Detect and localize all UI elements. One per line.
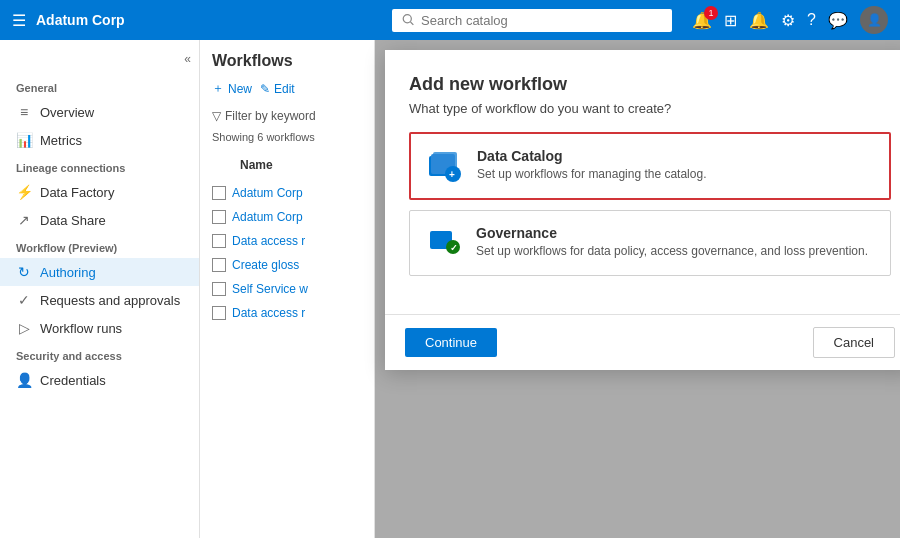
brand-name: Adatum Corp <box>36 12 125 28</box>
sidebar-item-authoring-label: Authoring <box>40 265 96 280</box>
sidebar-item-overview-label: Overview <box>40 105 94 120</box>
workflow-name-1[interactable]: Adatum Corp <box>232 186 303 200</box>
notification-icon[interactable]: 🔔 1 <box>692 11 712 30</box>
add-workflow-dialog: Add new workflow What type of workflow d… <box>385 50 900 370</box>
settings-icon[interactable]: ⚙ <box>781 11 795 30</box>
metrics-icon: 📊 <box>16 132 32 148</box>
governance-icon: ✓ <box>426 225 462 261</box>
sidebar-item-overview[interactable]: ≡ Overview <box>0 98 199 126</box>
new-workflow-button[interactable]: ＋ New <box>212 80 252 97</box>
sidebar-item-metrics-label: Metrics <box>40 133 82 148</box>
workflow-name-2[interactable]: Adatum Corp <box>232 210 303 224</box>
svg-point-0 <box>403 15 411 23</box>
feedback-icon[interactable]: 💬 <box>828 11 848 30</box>
svg-line-1 <box>411 22 414 25</box>
content-area: Workflows ＋ New ✎ Edit ▽ Filter by keywo… <box>200 40 900 538</box>
workflowruns-icon: ▷ <box>16 320 32 336</box>
workflow-name-3[interactable]: Data access r <box>232 234 305 248</box>
workflows-table: Name Adatum Corp Adatum Corp Data access… <box>200 149 374 325</box>
svg-text:✓: ✓ <box>450 243 458 253</box>
sidebar-item-metrics[interactable]: 📊 Metrics <box>0 126 199 154</box>
continue-button[interactable]: Continue <box>405 328 497 357</box>
apps-icon[interactable]: ⊞ <box>724 11 737 30</box>
collapse-button[interactable]: « <box>184 52 191 66</box>
nav-icons: 🔔 1 ⊞ 🔔 ⚙ ? 💬 👤 <box>692 6 888 34</box>
general-section-label: General <box>0 74 199 98</box>
datafactory-icon: ⚡ <box>16 184 32 200</box>
workflows-panel: Workflows ＋ New ✎ Edit ▽ Filter by keywo… <box>200 40 375 538</box>
governance-option[interactable]: ✓ Governance Set up workflows for data p… <box>409 210 891 276</box>
edit-icon: ✎ <box>260 82 270 96</box>
workflow-name-4[interactable]: Create gloss <box>232 258 299 272</box>
sidebar-collapse: « <box>0 48 199 74</box>
table-row[interactable]: Adatum Corp <box>204 181 370 205</box>
search-icon <box>402 13 415 27</box>
svg-text:+: + <box>449 169 455 180</box>
hamburger-menu[interactable]: ☰ <box>12 11 26 30</box>
credentials-icon: 👤 <box>16 372 32 388</box>
datashare-icon: ↗ <box>16 212 32 228</box>
edit-workflow-button[interactable]: ✎ Edit <box>260 82 295 96</box>
sidebar-item-credentials-label: Credentials <box>40 373 106 388</box>
filter-label: Filter by keyword <box>225 109 316 123</box>
search-bar <box>392 9 672 32</box>
workflow-name-6[interactable]: Data access r <box>232 306 305 320</box>
sidebar-item-requests-label: Requests and approvals <box>40 293 180 308</box>
governance-desc: Set up workflows for data policy, access… <box>476 244 868 258</box>
dialog-footer: Continue Cancel <box>385 314 900 370</box>
dialog-overlay: Add new workflow What type of workflow d… <box>375 40 900 538</box>
avatar[interactable]: 👤 <box>860 6 888 34</box>
sidebar-item-datashare-label: Data Share <box>40 213 106 228</box>
edit-label: Edit <box>274 82 295 96</box>
col-name-header: Name <box>232 154 281 176</box>
workflow-section-label: Workflow (Preview) <box>0 234 199 258</box>
governance-name: Governance <box>476 225 868 241</box>
overview-icon: ≡ <box>16 104 32 120</box>
table-row[interactable]: Create gloss <box>204 253 370 277</box>
row-checkbox-3[interactable] <box>212 234 226 248</box>
new-label: New <box>228 82 252 96</box>
top-navigation: ☰ Adatum Corp 🔔 1 ⊞ 🔔 ⚙ ? 💬 👤 <box>0 0 900 40</box>
sidebar-item-requests[interactable]: ✓ Requests and approvals <box>0 286 199 314</box>
row-checkbox-2[interactable] <box>212 210 226 224</box>
sidebar-item-datashare[interactable]: ↗ Data Share <box>0 206 199 234</box>
row-checkbox-4[interactable] <box>212 258 226 272</box>
data-catalog-name: Data Catalog <box>477 148 706 164</box>
dialog-title: Add new workflow <box>409 74 891 95</box>
help-icon[interactable]: ? <box>807 11 816 29</box>
table-row[interactable]: Adatum Corp <box>204 205 370 229</box>
plus-icon: ＋ <box>212 80 224 97</box>
security-section-label: Security and access <box>0 342 199 366</box>
data-catalog-text: Data Catalog Set up workflows for managi… <box>477 148 706 181</box>
sidebar-item-datafactory[interactable]: ⚡ Data Factory <box>0 178 199 206</box>
authoring-icon: ↻ <box>16 264 32 280</box>
table-row[interactable]: Self Service w <box>204 277 370 301</box>
sidebar: « General ≡ Overview 📊 Metrics Lineage c… <box>0 40 200 538</box>
table-row[interactable]: Data access r <box>204 301 370 325</box>
data-catalog-desc: Set up workflows for managing the catalo… <box>477 167 706 181</box>
cancel-button[interactable]: Cancel <box>813 327 895 358</box>
showing-text: Showing 6 workflows <box>200 129 374 149</box>
workflow-name-5[interactable]: Self Service w <box>232 282 308 296</box>
filter-icon: ▽ <box>212 109 221 123</box>
governance-text: Governance Set up workflows for data pol… <box>476 225 868 258</box>
data-catalog-option[interactable]: + Data Catalog Set up workflows for mana… <box>409 132 891 200</box>
workflow-column-header: Name <box>204 149 370 181</box>
filter-row: ▽ Filter by keyword <box>200 105 374 129</box>
row-checkbox-5[interactable] <box>212 282 226 296</box>
row-checkbox-6[interactable] <box>212 306 226 320</box>
notification-badge: 1 <box>704 6 718 20</box>
requests-icon: ✓ <box>16 292 32 308</box>
sidebar-item-workflowruns-label: Workflow runs <box>40 321 122 336</box>
data-catalog-icon: + <box>427 148 463 184</box>
search-input[interactable] <box>421 13 662 28</box>
lineage-section-label: Lineage connections <box>0 154 199 178</box>
dialog-subtitle: What type of workflow do you want to cre… <box>409 101 891 116</box>
table-row[interactable]: Data access r <box>204 229 370 253</box>
row-checkbox-1[interactable] <box>212 186 226 200</box>
alerts-icon[interactable]: 🔔 <box>749 11 769 30</box>
sidebar-item-authoring[interactable]: ↻ Authoring <box>0 258 199 286</box>
sidebar-item-credentials[interactable]: 👤 Credentials <box>0 366 199 394</box>
sidebar-item-workflowruns[interactable]: ▷ Workflow runs <box>0 314 199 342</box>
main-layout: « General ≡ Overview 📊 Metrics Lineage c… <box>0 40 900 538</box>
